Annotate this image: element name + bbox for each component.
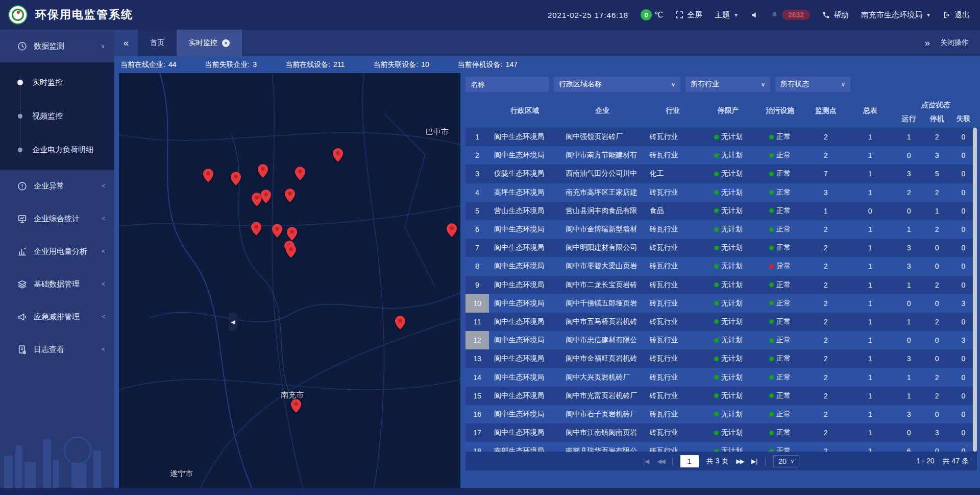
table-row[interactable]: 15阆中生态环境局阆中市光富页岩机砖厂砖瓦行业无计划正常21120	[465, 387, 977, 405]
cell-meters: 1	[847, 239, 894, 257]
prev-page-button[interactable]: ◀◀	[657, 458, 664, 465]
map-pin-icon[interactable]	[447, 223, 457, 237]
sidebar-collapse-handle[interactable]: ◀	[229, 313, 237, 331]
stat-lost-enterprises: 当前失联企业:3	[205, 60, 257, 69]
table-row[interactable]: 4高坪生态环境局南充市高坪区王家店建砖瓦行业无计划正常31220	[465, 183, 977, 202]
table-row[interactable]: 13阆中生态环境局阆中市金福旺页岩机砖砖瓦行业无计划正常21300	[465, 349, 977, 368]
table-row[interactable]: 5营山生态环境局营山县润丰肉食品有限食品无计划正常10010	[465, 202, 977, 220]
main-area: 数据监测 ∨ 实时监控 视频监控 企业电力负荷明细 企业异常 < 企业综合统计 …	[0, 30, 980, 488]
map-pin-icon[interactable]	[291, 399, 301, 413]
status-select[interactable]: 所有状态 ∨	[775, 77, 850, 92]
table-row[interactable]: 7阆中生态环境局阆中明阳建材有限公司砖瓦行业无计划正常21300	[465, 239, 977, 257]
cell-industry: 砖瓦行业	[644, 442, 701, 452]
tab-close-icon[interactable]: ×	[222, 39, 230, 47]
status-dot-green	[769, 357, 774, 361]
sidebar-item-emergency-reduction[interactable]: 应急减排管理 <	[0, 300, 114, 333]
cell-run: 0	[894, 423, 924, 442]
sidebar-item-log-view[interactable]: 日志查看 <	[0, 333, 114, 366]
stat-online-devices: 当前在线设备:211	[285, 60, 345, 69]
sidebar-item-power-usage-analysis[interactable]: 企业用电量分析 <	[0, 235, 114, 268]
table-row[interactable]: 16阆中生态环境局阆中市石子页岩机砖厂砖瓦行业无计划正常21300	[465, 405, 977, 423]
sidebar-subitem-video-monitor[interactable]: 视频监控	[0, 99, 114, 133]
status-dot-green	[714, 393, 719, 398]
cell-points: 2	[805, 128, 847, 146]
tabs-scroll-right-button[interactable]: »	[924, 37, 930, 49]
name-search-input[interactable]	[465, 77, 549, 92]
map-pin-icon[interactable]	[395, 316, 405, 329]
region-select[interactable]: 行政区域名称 ∨	[554, 77, 680, 92]
first-page-button[interactable]: |◀	[643, 458, 649, 465]
map-pin-icon[interactable]	[251, 222, 261, 235]
map-canvas[interactable]: 巴中市南充市遂宁市	[119, 73, 460, 488]
cell-facility-status: 正常	[755, 202, 805, 220]
logout-button[interactable]: 退出	[943, 10, 970, 20]
table-row[interactable]: 18南部生态环境局南部县瑞华页岩有限公砖瓦行业无计划正常21600	[465, 442, 977, 452]
table-row[interactable]: 12阆中生态环境局阆中市忠信建材有限公砖瓦行业无计划正常21003	[465, 331, 977, 349]
map-pin-icon[interactable]	[258, 164, 268, 178]
next-page-button[interactable]: ▶▶	[736, 458, 743, 465]
sidebar-item-enterprise-abnormal[interactable]: 企业异常 <	[0, 170, 114, 202]
table-row[interactable]: 3仪陇生态环境局西南油气田分公司川中化工无计划正常71350	[465, 164, 977, 183]
cell-meters: 1	[847, 128, 894, 146]
table-row[interactable]: 8阆中生态环境局阆中市枣碧大梁山页岩砖瓦行业无计划异常21300	[465, 257, 977, 275]
close-operations-button[interactable]: 关闭操作	[940, 38, 969, 48]
table-row[interactable]: 1阆中生态环境局阆中强锐页岩砖厂砖瓦行业无计划正常21120	[465, 128, 977, 146]
map-pin-icon[interactable]	[295, 167, 305, 180]
map-pin-icon[interactable]	[203, 169, 213, 182]
chevron-left-icon: <	[102, 248, 105, 255]
tab-home[interactable]: 首页	[138, 30, 177, 56]
cell-stop-status: 无计划	[701, 331, 755, 349]
table-row[interactable]: 17阆中生态环境局阆中市江南镇阆南页岩砖瓦行业无计划正常21030	[465, 423, 977, 442]
status-dot-green	[714, 172, 719, 176]
cell-industry: 砖瓦行业	[644, 220, 701, 239]
cell-points: 2	[805, 257, 847, 275]
cell-points: 7	[805, 164, 847, 183]
cell-meters: 1	[847, 442, 894, 452]
page-size-select[interactable]: 20 ∨	[773, 455, 799, 467]
monitor-stats-icon	[17, 214, 27, 224]
sidebar-item-data-monitoring[interactable]: 数据监测 ∨	[0, 30, 114, 62]
map-pin-icon[interactable]	[272, 224, 282, 238]
sidebar-subitem-power-load-detail[interactable]: 企业电力负荷明细	[0, 133, 114, 167]
status-dot-green	[769, 375, 774, 380]
table-row[interactable]: 9阆中生态环境局阆中市二龙长宝页岩砖砖瓦行业无计划正常21120	[465, 276, 977, 294]
last-page-button[interactable]: ▶|	[751, 458, 757, 465]
map-pin-icon[interactable]	[286, 244, 296, 258]
industry-select[interactable]: 所有行业 ∨	[685, 77, 770, 92]
map-pin-icon[interactable]	[287, 227, 297, 241]
table-scrollbar[interactable]	[973, 128, 977, 452]
tabs-scroll-left-button[interactable]: «	[114, 30, 138, 56]
sidebar-item-base-data-management[interactable]: 基础数据管理 <	[0, 268, 114, 300]
temperature-badge: 0	[641, 9, 652, 20]
theme-dropdown[interactable]: 主题 ▼	[715, 10, 739, 20]
table-row[interactable]: 6阆中生态环境局阆中市金博瑞新型墙材砖瓦行业无计划正常21120	[465, 220, 977, 239]
page-input[interactable]	[680, 455, 699, 467]
map-pin-icon[interactable]	[231, 172, 241, 185]
mute-button[interactable]	[751, 11, 758, 19]
logout-icon	[943, 11, 951, 19]
help-button[interactable]: 帮助	[822, 10, 849, 20]
sidebar-item-enterprise-statistics[interactable]: 企业综合统计 <	[0, 202, 114, 235]
status-dot-green	[769, 393, 774, 398]
status-dot-green	[769, 246, 774, 250]
fullscreen-button[interactable]: 全屏	[675, 10, 702, 20]
cell-halt: 2	[924, 368, 950, 386]
cell-halt: 2	[924, 220, 950, 239]
header-meters: 总表	[847, 94, 894, 128]
table-row[interactable]: 2阆中生态环境局阆中市南方节能建材有砖瓦行业无计划正常21030	[465, 146, 977, 164]
chevron-down-icon: ∨	[841, 81, 845, 88]
map-pin-icon[interactable]	[261, 190, 271, 203]
pagination-controls: |◀ ◀◀ 共 3 页 ▶▶ ▶| 20 ∨	[643, 455, 799, 467]
alerts-indicator[interactable]: 2632	[771, 10, 810, 20]
map-pin-icon[interactable]	[333, 148, 343, 162]
table-row[interactable]: 14阆中生态环境局阆中大兴页岩机砖厂砖瓦行业无计划正常21120	[465, 368, 977, 386]
map-pin-icon[interactable]	[285, 188, 295, 202]
tab-realtime-monitor[interactable]: 实时监控 ×	[177, 30, 242, 56]
cell-halt: 2	[924, 183, 950, 202]
sidebar-subitem-realtime-monitor[interactable]: 实时监控	[0, 65, 114, 99]
table-row[interactable]: 10阆中生态环境局阆中千佛镇五郎垭页岩砖瓦行业无计划正常21003	[465, 294, 977, 313]
fullscreen-label: 全屏	[687, 10, 702, 20]
org-dropdown[interactable]: 南充市生态环境局 ▼	[861, 10, 931, 20]
status-dot-green	[714, 338, 719, 343]
table-row[interactable]: 11阆中生态环境局阆中市五马桥页岩机砖砖瓦行业无计划正常21120	[465, 313, 977, 331]
